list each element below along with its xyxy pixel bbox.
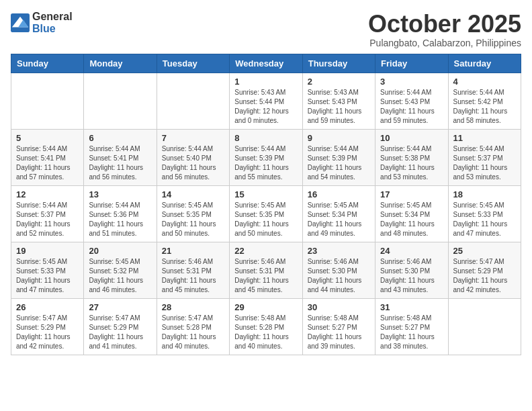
day-info: Sunrise: 5:45 AM Sunset: 5:33 PM Dayligh… — [16, 257, 79, 295]
day-number: 1 — [234, 77, 297, 87]
logo: General Blue — [11, 11, 73, 34]
header-monday: Monday — [84, 54, 157, 73]
table-row: 30Sunrise: 5:48 AM Sunset: 5:27 PM Dayli… — [302, 298, 375, 355]
table-row: 12Sunrise: 5:44 AM Sunset: 5:37 PM Dayli… — [11, 185, 84, 242]
day-info: Sunrise: 5:47 AM Sunset: 5:29 PM Dayligh… — [89, 314, 151, 351]
title-section: October 2025 Pulangbato, Calabarzon, Phi… — [368, 11, 521, 48]
day-number: 22 — [234, 246, 297, 256]
table-row: 2Sunrise: 5:43 AM Sunset: 5:43 PM Daylig… — [302, 73, 375, 129]
calendar-week-row: 5Sunrise: 5:44 AM Sunset: 5:41 PM Daylig… — [11, 129, 521, 185]
table-row: 10Sunrise: 5:44 AM Sunset: 5:38 PM Dayli… — [375, 129, 448, 185]
header-friday: Friday — [375, 54, 448, 73]
table-row — [84, 73, 157, 129]
day-number: 5 — [16, 133, 79, 143]
table-row: 28Sunrise: 5:47 AM Sunset: 5:28 PM Dayli… — [157, 298, 229, 355]
table-row: 29Sunrise: 5:48 AM Sunset: 5:28 PM Dayli… — [230, 298, 302, 355]
day-info: Sunrise: 5:43 AM Sunset: 5:43 PM Dayligh… — [308, 88, 370, 126]
day-info: Sunrise: 5:44 AM Sunset: 5:37 PM Dayligh… — [453, 144, 516, 182]
day-number: 24 — [380, 246, 443, 256]
day-number: 21 — [162, 246, 224, 256]
day-number: 8 — [234, 133, 297, 143]
day-number: 9 — [308, 133, 370, 143]
table-row: 6Sunrise: 5:44 AM Sunset: 5:41 PM Daylig… — [84, 129, 157, 185]
day-info: Sunrise: 5:48 AM Sunset: 5:27 PM Dayligh… — [380, 314, 443, 351]
day-info: Sunrise: 5:44 AM Sunset: 5:42 PM Dayligh… — [453, 88, 516, 126]
day-number: 16 — [308, 189, 370, 199]
table-row: 3Sunrise: 5:44 AM Sunset: 5:43 PM Daylig… — [375, 73, 448, 129]
logo-text: General Blue — [32, 11, 73, 34]
day-info: Sunrise: 5:44 AM Sunset: 5:41 PM Dayligh… — [89, 144, 151, 182]
location-subtitle: Pulangbato, Calabarzon, Philippines — [368, 38, 521, 48]
day-info: Sunrise: 5:44 AM Sunset: 5:41 PM Dayligh… — [16, 144, 79, 182]
day-number: 13 — [89, 189, 151, 199]
logo-icon — [11, 13, 30, 32]
day-info: Sunrise: 5:44 AM Sunset: 5:40 PM Dayligh… — [162, 144, 224, 182]
day-info: Sunrise: 5:45 AM Sunset: 5:35 PM Dayligh… — [234, 201, 297, 238]
day-number: 27 — [89, 302, 151, 312]
table-row: 9Sunrise: 5:44 AM Sunset: 5:39 PM Daylig… — [302, 129, 375, 185]
table-row — [11, 73, 84, 129]
table-row: 25Sunrise: 5:47 AM Sunset: 5:29 PM Dayli… — [448, 242, 521, 298]
table-row: 4Sunrise: 5:44 AM Sunset: 5:42 PM Daylig… — [448, 73, 521, 129]
day-number: 20 — [89, 246, 151, 256]
calendar-week-row: 1Sunrise: 5:43 AM Sunset: 5:44 PM Daylig… — [11, 73, 521, 129]
day-number: 15 — [234, 189, 297, 199]
day-info: Sunrise: 5:46 AM Sunset: 5:30 PM Dayligh… — [308, 257, 370, 295]
day-number: 11 — [453, 133, 516, 143]
table-row: 7Sunrise: 5:44 AM Sunset: 5:40 PM Daylig… — [157, 129, 229, 185]
day-number: 17 — [380, 189, 443, 199]
table-row: 16Sunrise: 5:45 AM Sunset: 5:34 PM Dayli… — [302, 185, 375, 242]
header-sunday: Sunday — [11, 54, 84, 73]
day-info: Sunrise: 5:45 AM Sunset: 5:34 PM Dayligh… — [380, 201, 443, 238]
day-info: Sunrise: 5:45 AM Sunset: 5:33 PM Dayligh… — [453, 201, 516, 238]
day-number: 14 — [162, 189, 224, 199]
calendar-week-row: 12Sunrise: 5:44 AM Sunset: 5:37 PM Dayli… — [11, 185, 521, 242]
table-row — [448, 298, 521, 355]
day-number: 31 — [380, 302, 443, 312]
table-row: 18Sunrise: 5:45 AM Sunset: 5:33 PM Dayli… — [448, 185, 521, 242]
day-number: 25 — [453, 246, 516, 256]
day-info: Sunrise: 5:48 AM Sunset: 5:27 PM Dayligh… — [308, 314, 370, 351]
day-number: 30 — [308, 302, 370, 312]
table-row: 19Sunrise: 5:45 AM Sunset: 5:33 PM Dayli… — [11, 242, 84, 298]
calendar-header-row: Sunday Monday Tuesday Wednesday Thursday… — [11, 54, 521, 73]
day-info: Sunrise: 5:45 AM Sunset: 5:32 PM Dayligh… — [89, 257, 151, 295]
table-row: 13Sunrise: 5:44 AM Sunset: 5:36 PM Dayli… — [84, 185, 157, 242]
day-number: 28 — [162, 302, 224, 312]
day-number: 4 — [453, 77, 516, 87]
day-info: Sunrise: 5:44 AM Sunset: 5:43 PM Dayligh… — [380, 88, 443, 126]
month-title: October 2025 — [368, 11, 521, 38]
table-row: 27Sunrise: 5:47 AM Sunset: 5:29 PM Dayli… — [84, 298, 157, 355]
day-number: 26 — [16, 302, 79, 312]
day-info: Sunrise: 5:46 AM Sunset: 5:31 PM Dayligh… — [162, 257, 224, 295]
day-info: Sunrise: 5:47 AM Sunset: 5:29 PM Dayligh… — [453, 257, 516, 295]
table-row: 5Sunrise: 5:44 AM Sunset: 5:41 PM Daylig… — [11, 129, 84, 185]
calendar-week-row: 26Sunrise: 5:47 AM Sunset: 5:29 PM Dayli… — [11, 298, 521, 355]
day-info: Sunrise: 5:44 AM Sunset: 5:39 PM Dayligh… — [234, 144, 297, 182]
table-row: 8Sunrise: 5:44 AM Sunset: 5:39 PM Daylig… — [230, 129, 302, 185]
table-row: 20Sunrise: 5:45 AM Sunset: 5:32 PM Dayli… — [84, 242, 157, 298]
table-row: 1Sunrise: 5:43 AM Sunset: 5:44 PM Daylig… — [230, 73, 302, 129]
day-info: Sunrise: 5:46 AM Sunset: 5:31 PM Dayligh… — [234, 257, 297, 295]
calendar-table: Sunday Monday Tuesday Wednesday Thursday… — [11, 54, 521, 355]
day-info: Sunrise: 5:45 AM Sunset: 5:35 PM Dayligh… — [162, 201, 224, 238]
table-row — [157, 73, 229, 129]
day-number: 23 — [308, 246, 370, 256]
table-row: 22Sunrise: 5:46 AM Sunset: 5:31 PM Dayli… — [230, 242, 302, 298]
day-info: Sunrise: 5:43 AM Sunset: 5:44 PM Dayligh… — [234, 88, 297, 126]
table-row: 15Sunrise: 5:45 AM Sunset: 5:35 PM Dayli… — [230, 185, 302, 242]
header-tuesday: Tuesday — [157, 54, 229, 73]
table-row: 23Sunrise: 5:46 AM Sunset: 5:30 PM Dayli… — [302, 242, 375, 298]
day-number: 12 — [16, 189, 79, 199]
table-row: 11Sunrise: 5:44 AM Sunset: 5:37 PM Dayli… — [448, 129, 521, 185]
day-number: 3 — [380, 77, 443, 87]
day-number: 29 — [234, 302, 297, 312]
logo-general: General — [32, 11, 73, 23]
day-number: 19 — [16, 246, 79, 256]
day-number: 6 — [89, 133, 151, 143]
table-row: 21Sunrise: 5:46 AM Sunset: 5:31 PM Dayli… — [157, 242, 229, 298]
table-row: 31Sunrise: 5:48 AM Sunset: 5:27 PM Dayli… — [375, 298, 448, 355]
day-info: Sunrise: 5:44 AM Sunset: 5:39 PM Dayligh… — [308, 144, 370, 182]
calendar-week-row: 19Sunrise: 5:45 AM Sunset: 5:33 PM Dayli… — [11, 242, 521, 298]
table-row: 24Sunrise: 5:46 AM Sunset: 5:30 PM Dayli… — [375, 242, 448, 298]
